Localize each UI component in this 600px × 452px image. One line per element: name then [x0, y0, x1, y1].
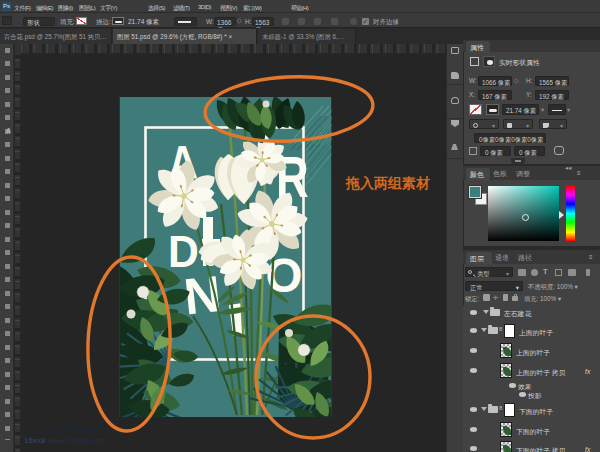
- svg-text:拖入两组素材: 拖入两组素材: [345, 175, 430, 191]
